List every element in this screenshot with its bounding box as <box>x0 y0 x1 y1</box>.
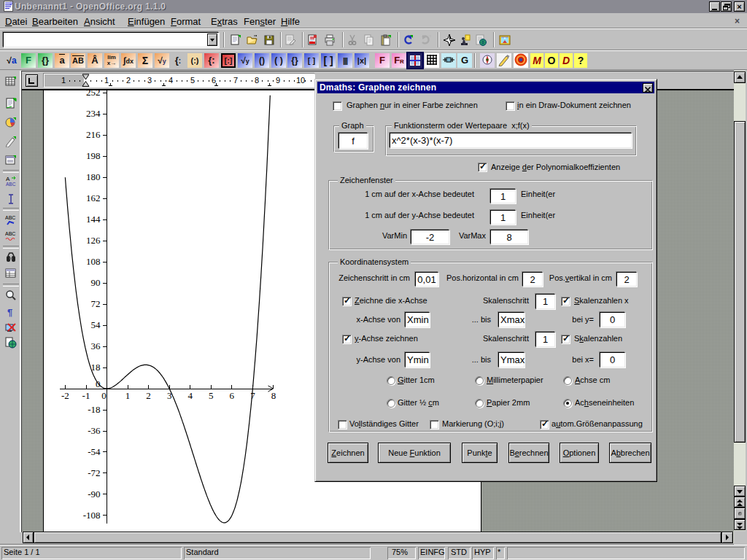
svg-text:108: 108 <box>86 256 101 267</box>
svg-text:180: 180 <box>86 171 101 182</box>
svg-text:4: 4 <box>187 390 193 401</box>
svg-text:162: 162 <box>86 192 101 203</box>
svg-text:-36: -36 <box>88 425 101 436</box>
svg-text:8: 8 <box>271 390 276 401</box>
svg-text:2: 2 <box>146 390 151 401</box>
svg-text:216: 216 <box>86 129 101 140</box>
svg-text:¶: ¶ <box>7 307 12 318</box>
svg-text:18: 18 <box>91 362 101 373</box>
svg-text:-108: -108 <box>83 510 101 521</box>
svg-text:234: 234 <box>86 108 101 119</box>
svg-text:ABC: ABC <box>6 182 16 187</box>
svg-text:54: 54 <box>91 319 101 330</box>
svg-text:-2: -2 <box>61 390 69 401</box>
svg-text:72: 72 <box>91 298 101 309</box>
svg-text:-90: -90 <box>88 489 100 499</box>
svg-text:ABC: ABC <box>5 215 15 220</box>
svg-text:144: 144 <box>86 214 101 225</box>
svg-text:-18: -18 <box>88 404 100 415</box>
svg-text:-54: -54 <box>88 446 101 457</box>
svg-text:6: 6 <box>230 390 235 401</box>
svg-text:-72: -72 <box>88 467 100 478</box>
svg-text:7: 7 <box>250 390 255 401</box>
svg-text:90: 90 <box>91 277 101 288</box>
svg-text:36: 36 <box>91 341 101 351</box>
svg-text:126: 126 <box>86 235 101 246</box>
svg-text:ABC: ABC <box>5 231 15 236</box>
svg-text:198: 198 <box>86 150 101 161</box>
svg-text:5: 5 <box>209 390 214 401</box>
svg-text:252: 252 <box>86 90 101 98</box>
svg-text:1: 1 <box>125 390 131 401</box>
svg-text:-1: -1 <box>82 390 90 401</box>
svg-text:0: 0 <box>101 390 107 401</box>
